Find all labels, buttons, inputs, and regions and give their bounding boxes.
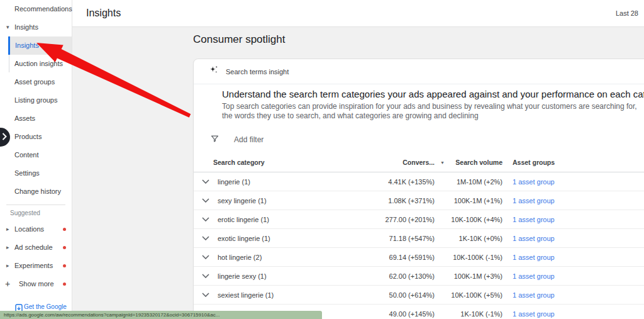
column-header-asset-groups[interactable]: Asset groups: [502, 159, 603, 166]
cell-search-volume: 100K-1M (+3%): [435, 272, 502, 280]
column-header-search-category[interactable]: Search category: [194, 159, 353, 166]
cell-search-category: sexy lingerie (1): [218, 197, 353, 204]
cell-asset-groups: 1 asset group: [502, 291, 603, 299]
sort-descending-icon: ▼: [440, 160, 445, 165]
cell-asset-groups: 1 asset group: [502, 272, 603, 280]
table-header-row: Search category Convers... ▼ Search volu…: [194, 152, 644, 172]
insight-description: Top search categories can provide inspir…: [222, 102, 638, 121]
cell-search-volume: 10K-100K (+5%): [435, 291, 502, 299]
sidebar-item-label: Show more: [19, 280, 54, 288]
sidebar-item-label: Assets: [14, 115, 35, 122]
sidebar-item-assets[interactable]: Assets: [0, 109, 72, 128]
column-header-search-volume[interactable]: Search volume: [435, 159, 502, 166]
cell-asset-groups: 1 asset group: [502, 216, 603, 223]
cell-search-volume: 1M-10M (+2%): [435, 178, 502, 186]
table-row: exotic lingerie (1)71.18 (+547%)1K-10K (…: [194, 229, 644, 248]
sidebar-item-experiments[interactable]: ▸Experiments: [0, 257, 72, 275]
cell-conversions: 277.00 (+201%): [353, 216, 435, 223]
cell-conversions: 49.00 (+145%): [353, 310, 435, 318]
add-filter-control[interactable]: Add filter: [210, 130, 644, 149]
sidebar-item-show-more[interactable]: +Show more: [0, 275, 72, 293]
page-title: Insights: [86, 8, 121, 19]
cell-search-category: sexiest lingerie (1): [218, 291, 353, 299]
cell-search-category: erotic lingerie (1): [218, 216, 353, 223]
browser-status-bar: https://ads.google.com/aw/recommendation…: [0, 311, 322, 319]
notification-dot: [63, 264, 66, 267]
sidebar-item-label: Content: [14, 151, 39, 159]
sidebar-item-change-history[interactable]: Change history: [0, 182, 72, 201]
cell-asset-groups: 1 asset group: [502, 178, 603, 186]
expand-row-chevron-icon[interactable]: [194, 293, 218, 297]
asset-group-link[interactable]: 1 asset group: [513, 310, 555, 318]
cell-search-volume: 100K-1M (+1%): [435, 197, 502, 204]
expand-row-chevron-icon[interactable]: [194, 255, 218, 259]
suggested-section-label: Suggested: [0, 205, 72, 220]
date-range-selector[interactable]: Last 28: [616, 9, 638, 17]
cell-search-volume: 10K-100K (-1%): [435, 254, 502, 261]
expand-row-chevron-icon[interactable]: [194, 236, 218, 240]
asset-group-link[interactable]: 1 asset group: [513, 216, 555, 223]
search-terms-insight-card: Search terms insight Understand the sear…: [193, 59, 644, 319]
sidebar-item-label: Experiments: [14, 262, 53, 269]
expand-row-chevron-icon[interactable]: [194, 274, 218, 278]
sidebar-item-asset-groups[interactable]: Asset groups: [0, 73, 72, 91]
sidebar-nav: Recommendations▾InsightsInsightsAuction …: [0, 0, 72, 319]
sidebar-item-label: Locations: [14, 225, 44, 233]
sidebar-item-auction-insights[interactable]: Auction insights: [0, 55, 72, 73]
sidebar-item-recommendations[interactable]: Recommendations: [0, 0, 72, 18]
cell-asset-groups: 1 asset group: [502, 310, 603, 318]
plus-icon: +: [5, 275, 10, 293]
card-content: Understand the search term categories yo…: [194, 84, 644, 121]
cell-search-category: hot lingerie (2): [218, 254, 353, 261]
sidebar-item-insights[interactable]: Insights: [8, 36, 72, 55]
expand-row-chevron-icon[interactable]: [194, 217, 218, 221]
chevron-right-icon[interactable]: ▸: [6, 220, 9, 238]
sidebar-item-label: Products: [14, 133, 42, 140]
cell-search-category: exotic lingerie (1): [218, 235, 353, 242]
sidebar-item-label: Auction insights: [14, 60, 63, 67]
sidebar-item-content[interactable]: Content: [0, 146, 72, 164]
table-row: sexiest lingerie (1)50.00 (+614%)10K-100…: [194, 286, 644, 305]
asset-group-link[interactable]: 1 asset group: [513, 235, 555, 242]
table-row: sexy lingerie (1)1.08K (+371%)100K-1M (+…: [194, 191, 644, 210]
cell-conversions: 69.14 (+591%): [353, 254, 435, 261]
asset-group-link[interactable]: 1 asset group: [513, 197, 555, 204]
table-row: hot lingerie (2)69.14 (+591%)10K-100K (-…: [194, 248, 644, 267]
chevron-right-icon[interactable]: ▸: [6, 238, 9, 257]
chevron-right-icon[interactable]: ▸: [6, 257, 9, 275]
sidebar-item-label: Insights: [14, 23, 38, 31]
sidebar-item-label: Ad schedule: [14, 243, 53, 251]
notification-dot: [63, 246, 66, 249]
cell-asset-groups: 1 asset group: [502, 235, 603, 242]
cell-search-volume: 10K-100K (+4%): [435, 216, 502, 223]
google-ads-app: Recommendations▾InsightsInsightsAuction …: [0, 0, 644, 319]
chevron-down-icon[interactable]: ▾: [6, 18, 9, 36]
notification-dot: [63, 283, 66, 286]
sidebar-item-settings[interactable]: Settings: [0, 164, 72, 182]
table-row: erotic lingerie (1)277.00 (+201%)10K-100…: [194, 210, 644, 229]
sidebar-item-label: Asset groups: [14, 78, 55, 86]
cell-conversions: 4.41K (+135%): [353, 178, 435, 186]
notification-dot: [63, 228, 66, 231]
cell-conversions: 71.18 (+547%): [353, 235, 435, 242]
cell-asset-groups: 1 asset group: [502, 197, 603, 204]
asset-group-link[interactable]: 1 asset group: [513, 254, 555, 261]
sidebar-item-ad-schedule[interactable]: ▸Ad schedule: [0, 238, 72, 257]
asset-group-link[interactable]: 1 asset group: [513, 272, 555, 280]
sidebar-item-products[interactable]: ▸Products: [0, 128, 72, 146]
sidebar-item-listing-groups[interactable]: Listing groups: [0, 91, 72, 109]
asset-group-link[interactable]: 1 asset group: [513, 178, 555, 186]
cell-search-category: lingerie (1): [218, 178, 353, 186]
sidebar-items: Recommendations▾InsightsInsightsAuction …: [0, 0, 72, 201]
expand-row-chevron-icon[interactable]: [194, 179, 218, 184]
cell-asset-groups: 1 asset group: [502, 254, 603, 261]
asset-group-link[interactable]: 1 asset group: [513, 291, 555, 299]
sidebar-item-label: Recommendations: [14, 5, 72, 13]
column-header-conversions[interactable]: Convers... ▼: [353, 159, 435, 166]
cell-search-volume: 1K-10K (+0%): [435, 235, 502, 242]
promo-line1: Get the Google: [24, 303, 67, 310]
sidebar-item-locations[interactable]: ▸Locations: [0, 220, 72, 238]
expand-row-chevron-icon[interactable]: [194, 198, 218, 203]
sidebar-item-insights[interactable]: ▾Insights: [0, 18, 72, 36]
cell-conversions: 62.00 (+130%): [353, 272, 435, 280]
